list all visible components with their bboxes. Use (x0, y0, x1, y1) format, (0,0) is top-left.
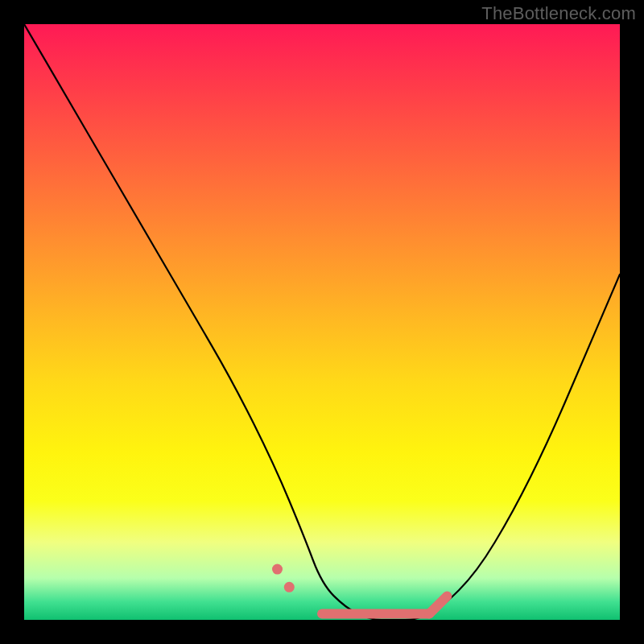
svg-point-1 (284, 582, 295, 592)
svg-line-3 (429, 596, 447, 613)
plot-area (24, 24, 620, 620)
watermark-text: TheBottleneck.com (481, 3, 636, 24)
chart-frame: TheBottleneck.com (0, 0, 644, 644)
svg-point-0 (272, 564, 283, 575)
highlight-markers (24, 24, 620, 620)
